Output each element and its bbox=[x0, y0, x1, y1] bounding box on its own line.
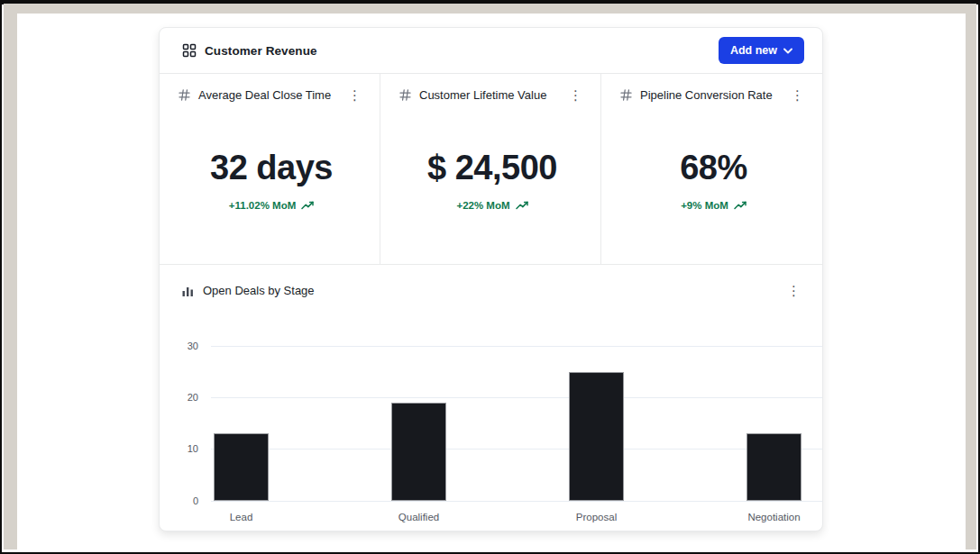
kebab-menu-button[interactable]: ⋮ bbox=[787, 86, 808, 104]
y-axis-tick-30: 30 bbox=[160, 341, 198, 351]
kpi-delta: +9% MoM bbox=[619, 200, 808, 211]
frame-band-top bbox=[4, 4, 976, 14]
kpi-card-avg-deal-close-time: Average Deal Close Time ⋮ 32 days +11.02… bbox=[160, 74, 380, 264]
kebab-menu-button[interactable]: ⋮ bbox=[783, 282, 804, 299]
add-new-button[interactable]: Add new bbox=[719, 37, 804, 64]
gridline-y-20 bbox=[211, 397, 822, 398]
kebab-menu-button[interactable]: ⋮ bbox=[344, 86, 365, 104]
gridline-y-10 bbox=[211, 449, 822, 450]
bar-chart-plot: 0102030LeadQualifiedProposalNegotiation bbox=[160, 346, 822, 501]
bar-qualified[interactable] bbox=[391, 403, 446, 501]
kpi-title: Pipeline Conversion Rate bbox=[640, 88, 773, 102]
kpi-delta-text: +22% MoM bbox=[456, 200, 509, 211]
dashboard-card: Customer Revenue Add new Average Deal Cl… bbox=[159, 27, 823, 531]
chevron-down-icon bbox=[783, 48, 792, 54]
kpi-value: $ 24,500 bbox=[398, 150, 586, 185]
add-new-label: Add new bbox=[730, 44, 777, 57]
kpi-card-pipeline-conversion-rate: Pipeline Conversion Rate ⋮ 68% +9% MoM bbox=[601, 74, 822, 264]
chart-header: Open Deals by Stage ⋮ bbox=[160, 265, 822, 299]
kpi-delta-text: +9% MoM bbox=[681, 200, 728, 211]
gridline-y-30 bbox=[211, 346, 822, 347]
x-axis-label-qualified: Qualified bbox=[365, 512, 473, 522]
kpi-delta-text: +11.02% MoM bbox=[229, 200, 296, 211]
bar-proposal[interactable] bbox=[569, 372, 624, 501]
trending-up-icon bbox=[516, 201, 528, 210]
y-axis-tick-0: 0 bbox=[160, 495, 198, 506]
bar-lead[interactable] bbox=[214, 433, 269, 501]
trending-up-icon bbox=[301, 201, 314, 210]
chart-title: Open Deals by Stage bbox=[203, 284, 315, 297]
bar-chart-icon bbox=[182, 285, 194, 297]
kpi-delta: +11.02% MoM bbox=[178, 200, 365, 211]
hash-icon bbox=[619, 88, 633, 102]
frame-band-left bbox=[4, 4, 17, 549]
bar-negotiation[interactable] bbox=[746, 433, 801, 501]
y-axis-tick-20: 20 bbox=[160, 392, 198, 403]
gridline-y-0 bbox=[211, 501, 822, 502]
kpi-row: Average Deal Close Time ⋮ 32 days +11.02… bbox=[160, 74, 822, 265]
kebab-menu-button[interactable]: ⋮ bbox=[565, 86, 586, 104]
kpi-value: 32 days bbox=[178, 150, 365, 185]
kpi-delta: +22% MoM bbox=[398, 200, 586, 211]
y-axis-tick-10: 10 bbox=[160, 443, 198, 454]
hash-icon bbox=[178, 88, 191, 102]
kpi-title: Average Deal Close Time bbox=[198, 88, 331, 102]
kpi-title: Customer Lifetime Value bbox=[419, 88, 546, 102]
kpi-value: 68% bbox=[619, 150, 808, 185]
page-title: Customer Revenue bbox=[205, 44, 317, 58]
kpi-card-customer-lifetime-value: Customer Lifetime Value ⋮ $ 24,500 +22% … bbox=[380, 74, 601, 264]
trending-up-icon bbox=[734, 201, 746, 210]
x-axis-label-proposal: Proposal bbox=[543, 512, 651, 522]
x-axis-label-negotiation: Negotiation bbox=[720, 512, 824, 522]
grid-icon bbox=[182, 43, 197, 58]
x-axis-label-lead: Lead bbox=[188, 512, 296, 522]
frame-band-right bbox=[966, 4, 976, 549]
dashboard-header: Customer Revenue Add new bbox=[160, 28, 822, 74]
hash-icon bbox=[398, 88, 412, 102]
